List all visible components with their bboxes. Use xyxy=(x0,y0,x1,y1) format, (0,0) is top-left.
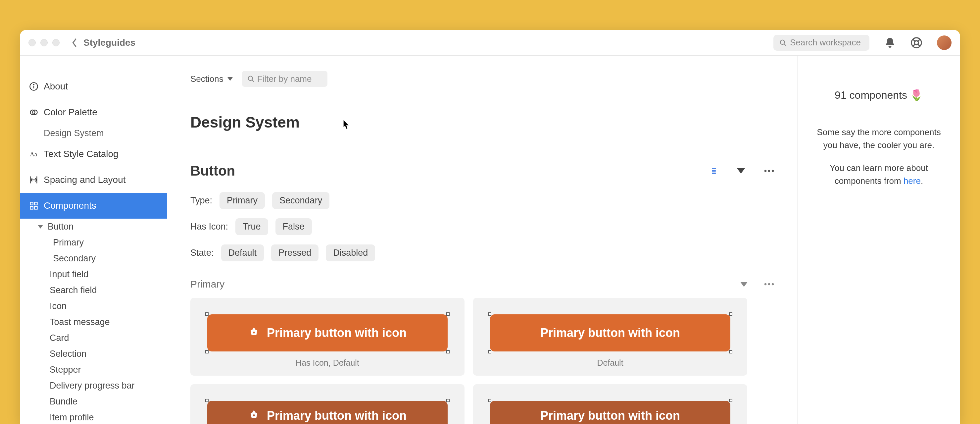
view-mode-button[interactable] xyxy=(710,167,718,175)
search-icon xyxy=(247,75,255,83)
cards-grid: Primary button with icon Has Icon, Defau… xyxy=(190,298,774,424)
selection-handle-icon xyxy=(446,399,450,402)
pill-state-pressed[interactable]: Pressed xyxy=(271,244,318,261)
card-caption: Has Icon, Default xyxy=(296,358,359,368)
selection-handle-icon xyxy=(205,399,208,402)
sidebar-item-components[interactable]: Components xyxy=(20,193,167,218)
pill-state-disabled[interactable]: Disabled xyxy=(326,244,375,261)
collapse-button[interactable] xyxy=(737,168,745,174)
content-toolbar: Sections xyxy=(190,71,774,87)
back-button[interactable] xyxy=(72,38,78,48)
sidebar-item-label: About xyxy=(44,81,68,92)
sections-dropdown[interactable]: Sections xyxy=(190,74,233,84)
sidebar-leaf-item-profile[interactable]: Item profile xyxy=(20,410,167,424)
svg-rect-24 xyxy=(712,170,716,172)
sidebar-item-label: Button xyxy=(48,222,73,232)
button-label: Primary button with icon xyxy=(267,409,407,423)
sidebar-item-label: Color Palette xyxy=(44,107,97,118)
svg-line-7 xyxy=(918,44,920,46)
sidebar-item-about[interactable]: About xyxy=(20,73,167,99)
variant-more-button[interactable] xyxy=(764,283,774,285)
component-card[interactable]: Primary button with icon Default xyxy=(473,298,747,376)
sidebar-leaf-icon[interactable]: Icon xyxy=(20,298,167,314)
selection-handle-icon xyxy=(729,350,732,354)
sidebar-leaf-secondary[interactable]: Secondary xyxy=(20,250,167,266)
svg-line-6 xyxy=(913,44,915,46)
avatar[interactable] xyxy=(937,35,951,50)
sidebar-item-spacing[interactable]: Spacing and Layout xyxy=(20,167,167,193)
workspace-search[interactable] xyxy=(773,35,869,51)
more-button[interactable] xyxy=(764,170,774,172)
svg-point-0 xyxy=(780,40,785,44)
filter-row-hasicon: Has Icon: True False xyxy=(190,218,774,235)
sidebar-item-color-palette[interactable]: Color Palette xyxy=(20,99,167,125)
sidebar-leaf-delivery[interactable]: Delivery progress bar xyxy=(20,378,167,394)
component-card[interactable]: Primary button with icon xyxy=(473,384,747,424)
variant-collapse-button[interactable] xyxy=(740,282,748,287)
traffic-max-icon[interactable] xyxy=(52,39,60,46)
component-count-text: 91 components xyxy=(835,89,907,101)
pill-hasicon-false[interactable]: False xyxy=(275,218,312,235)
component-card[interactable]: Primary button with icon Has Icon, Defau… xyxy=(190,298,465,376)
sidebar-leaf-stepper[interactable]: Stepper xyxy=(20,362,167,378)
sidebar-subitem-design-system[interactable]: Design System xyxy=(20,125,167,141)
sidebar-leaf-selection[interactable]: Selection xyxy=(20,346,167,362)
svg-line-4 xyxy=(913,39,915,41)
selection-handle-icon xyxy=(488,399,491,402)
pill-state-default[interactable]: Default xyxy=(221,244,264,261)
sidebar-leaf-search-field[interactable]: Search field xyxy=(20,282,167,298)
selection-handle-icon xyxy=(446,350,450,354)
primary-button-preview: Primary button with icon xyxy=(490,401,730,424)
svg-line-22 xyxy=(252,80,254,82)
palette-icon xyxy=(29,108,38,117)
svg-point-28 xyxy=(772,170,774,172)
svg-point-21 xyxy=(248,76,252,80)
filter-box[interactable] xyxy=(242,71,328,87)
right-panel: 91 components 🌷 Some say the more compon… xyxy=(797,56,960,424)
chevron-down-icon xyxy=(228,77,233,81)
sidebar-leaf-primary[interactable]: Primary xyxy=(20,234,167,250)
traffic-close-icon[interactable] xyxy=(29,39,36,46)
filter-input[interactable] xyxy=(257,74,322,84)
text-icon: Aa xyxy=(29,150,38,159)
grid-icon xyxy=(29,201,38,210)
primary-button-preview: Primary button with icon xyxy=(207,401,448,424)
sidebar-item-text-style[interactable]: Aa Text Style Catalog xyxy=(20,141,167,167)
svg-point-10 xyxy=(33,84,34,85)
traffic-min-icon[interactable] xyxy=(40,39,48,46)
svg-text:Aa: Aa xyxy=(30,151,37,158)
sidebar-item-label: Design System xyxy=(44,128,104,139)
component-title: Button xyxy=(190,163,710,179)
breadcrumb[interactable]: Styleguides xyxy=(83,37,135,48)
svg-line-5 xyxy=(918,39,920,41)
component-count: 91 components 🌷 xyxy=(810,89,948,101)
svg-point-30 xyxy=(768,283,770,285)
component-header: Button xyxy=(190,163,774,179)
notifications-button[interactable] xyxy=(884,37,896,49)
sidebar-item-label: Spacing and Layout xyxy=(44,175,126,185)
chevron-down-icon xyxy=(38,225,43,229)
svg-rect-19 xyxy=(30,206,33,209)
pill-hasicon-true[interactable]: True xyxy=(235,218,268,235)
component-card[interactable]: Primary button with icon xyxy=(190,384,465,424)
pill-type-secondary[interactable]: Secondary xyxy=(272,192,329,209)
learn-more-link[interactable]: here xyxy=(904,176,921,186)
help-button[interactable] xyxy=(910,37,923,49)
sidebar-leaf-bundle[interactable]: Bundle xyxy=(20,394,167,410)
workspace-search-input[interactable] xyxy=(790,37,864,48)
sidebar-tree-button[interactable]: Button xyxy=(20,218,167,234)
sidebar-leaf-card[interactable]: Card xyxy=(20,330,167,346)
filter-label: Has Icon: xyxy=(190,222,228,232)
titlebar: Styleguides xyxy=(20,30,960,56)
svg-rect-18 xyxy=(35,202,37,205)
main: Sections Design System Button xyxy=(167,56,960,424)
filter-row-state: State: Default Pressed Disabled xyxy=(190,244,774,261)
sidebar-item-label: Text Style Catalog xyxy=(44,149,119,159)
filter-label: State: xyxy=(190,248,214,258)
selection-handle-icon xyxy=(446,312,450,316)
pill-type-primary[interactable]: Primary xyxy=(220,192,265,209)
sidebar-leaf-toast[interactable]: Toast message xyxy=(20,314,167,330)
sidebar-leaf-input-field[interactable]: Input field xyxy=(20,266,167,282)
right-panel-text: You can learn more about components from… xyxy=(810,162,948,188)
sidebar-item-label: Components xyxy=(44,201,96,211)
